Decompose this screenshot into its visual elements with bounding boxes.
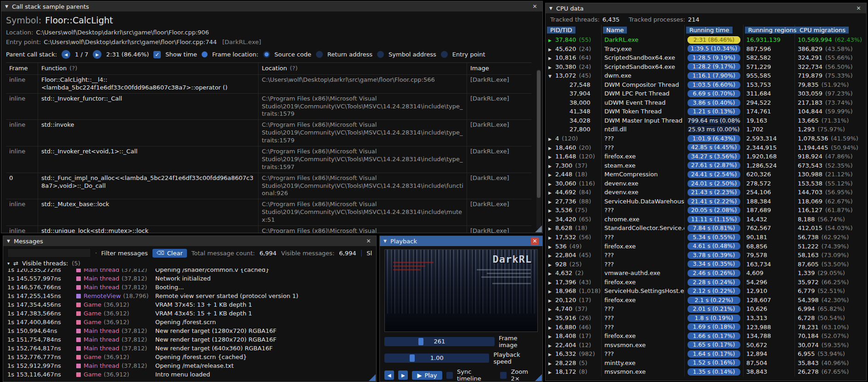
message-row[interactable]: 1s 152,776,777ns Game(36,912) Opening /f… bbox=[7, 353, 372, 361]
pid-cell[interactable]: ▶16,880(46) bbox=[546, 323, 602, 332]
pid-cell[interactable]: ▶28,228(5) bbox=[546, 359, 602, 368]
expand-icon[interactable]: ▶ bbox=[548, 287, 555, 296]
process-row[interactable]: ▶30,380(24) ScriptedSandbox64.exe 1:28.2… bbox=[546, 62, 866, 72]
expand-icon[interactable]: ▶ bbox=[548, 305, 555, 314]
process-row[interactable]: ▶30,060(116) devenv.exe 24.01 s (2.50%) … bbox=[546, 179, 866, 188]
pid-cell[interactable]: ▶2,448(18) bbox=[546, 170, 602, 179]
expand-icon[interactable]: ▶ bbox=[548, 198, 555, 206]
process-row[interactable]: ▶4(120) ??? 1:01.9 (6.43%) 2,593,314 1,0… bbox=[546, 134, 866, 143]
process-row[interactable]: ▶35,916(26) ??? 1.8 s (0.19%) 13,313 6,7… bbox=[546, 314, 866, 323]
expand-icon[interactable]: ▶ bbox=[548, 36, 555, 45]
pid-cell[interactable]: ▶4,632(2) bbox=[546, 269, 602, 278]
message-row[interactable]: 1s 147,255,145ns RemoteView(18,796) Remo… bbox=[7, 292, 372, 300]
next-callstack-button[interactable]: ▶ bbox=[93, 50, 101, 59]
pid-cell[interactable]: ▶30,060(116) bbox=[546, 179, 602, 188]
pid-cell[interactable]: ▶18,968(1,018) bbox=[546, 286, 602, 296]
message-row[interactable]: 1s 152,764,817ns Main thread(37,812) New… bbox=[7, 344, 372, 353]
resize-grip[interactable] bbox=[369, 374, 376, 381]
radio-symbol-address[interactable] bbox=[377, 51, 384, 58]
pid-cell[interactable]: ▶8,628(18) bbox=[546, 224, 602, 233]
message-row[interactable]: 1s 152,912,997ns Main thread(37,812) Ope… bbox=[7, 361, 372, 370]
expand-icon[interactable]: ▶ bbox=[548, 180, 555, 188]
process-row[interactable]: ▶2,448(18) MemCompression 24.41 s (2.54%… bbox=[546, 170, 866, 179]
radio-entry-point[interactable] bbox=[441, 51, 448, 58]
expand-icon[interactable]: ▶ bbox=[548, 135, 555, 143]
frame-image-slider[interactable]: 261 bbox=[384, 337, 495, 346]
expand-icon[interactable]: ▶ bbox=[548, 279, 555, 287]
process-row[interactable]: ▶17,532(56) ??? 5.34 s (0.55%) 90,181 56… bbox=[546, 233, 866, 242]
pid-cell[interactable]: ▶4(120) bbox=[546, 134, 602, 143]
collapse-icon[interactable]: ▼ bbox=[5, 4, 8, 9]
close-icon[interactable]: ✕ bbox=[855, 5, 862, 12]
sync-timeline-checkbox[interactable] bbox=[446, 372, 453, 379]
process-row[interactable]: ▶28,228(5) mintty.exe 1.52 s (0.16%) 87,… bbox=[546, 359, 866, 368]
radio-source-code[interactable] bbox=[263, 51, 270, 58]
expand-icon[interactable]: ▶ bbox=[548, 261, 555, 269]
message-row[interactable]: 1s 120,335,272ns Main thread(37,812) Ope… bbox=[7, 269, 372, 274]
pid-cell[interactable]: ▶44,692(84) bbox=[546, 188, 602, 197]
close-icon[interactable]: ✕ bbox=[531, 237, 539, 245]
process-row[interactable]: 27,548 DWM Compositor Thread 1:03.5 (6.6… bbox=[546, 80, 866, 90]
expand-icon[interactable]: ▶ bbox=[548, 171, 555, 179]
message-row[interactable]: 1s 145,557,997ns Main thread(37,812) Net… bbox=[7, 274, 372, 283]
message-row[interactable]: 1s 147,354,456ns Game(36,912) VRAM 37x45… bbox=[7, 300, 372, 309]
process-row[interactable]: ▶22,804(45) ??? 3.78 s (0.39%) 79,578 58… bbox=[546, 251, 866, 260]
pid-cell[interactable]: 27,548 bbox=[546, 80, 602, 90]
pid-cell[interactable]: ▶18,460(20) bbox=[546, 143, 602, 152]
expand-icon[interactable]: ▶ bbox=[548, 63, 555, 72]
process-row[interactable]: ▶536(49) firefox.exe 4.61 s (0.48%) 68,8… bbox=[546, 242, 866, 251]
process-row[interactable]: ▶18,460(20) ??? 42.85 s (4.45%) 2,344,91… bbox=[546, 143, 866, 152]
pid-cell[interactable]: ▶17,396(43) bbox=[546, 278, 602, 287]
pid-cell[interactable]: 38,000 bbox=[546, 98, 602, 107]
process-row[interactable]: ▶17,396(43) firefox.exe 2.28 s (0.24%) 5… bbox=[546, 278, 866, 287]
collapse-icon[interactable]: ▼ bbox=[549, 6, 552, 11]
resize-grip[interactable] bbox=[535, 374, 542, 381]
process-row[interactable]: ▶7,300(37) steam.exe 27.61 s (2.87%) 1,2… bbox=[546, 161, 866, 170]
pid-cell[interactable]: 37,904 bbox=[546, 89, 602, 98]
pid-cell[interactable]: ▶11,648(120) bbox=[546, 152, 602, 161]
process-row[interactable]: ▶10,816(64) ScriptedSandbox64.exe 1:28.5… bbox=[546, 53, 866, 62]
message-row[interactable]: 1s 146,576,766ns Main thread(37,812) Boo… bbox=[7, 283, 372, 292]
message-filter-input[interactable] bbox=[7, 248, 91, 258]
expand-icon[interactable]: ▶ bbox=[548, 332, 555, 341]
play-button[interactable]: ▶Play bbox=[412, 371, 442, 380]
expand-icon[interactable]: ▶ bbox=[548, 54, 555, 62]
close-icon[interactable]: ✕ bbox=[365, 237, 372, 245]
callstack-scrollbar[interactable] bbox=[536, 69, 541, 229]
message-row[interactable]: 1s 151,754,784ns Main thread(37,812) New… bbox=[7, 335, 372, 344]
process-row[interactable]: ▶8,628(18) StandardCollector.Service.e 7… bbox=[546, 224, 866, 233]
process-row[interactable]: ▶22,404(12) msvsmon.exe 1.65 s (0.17%) 5… bbox=[546, 341, 866, 350]
message-row[interactable]: 1s 150,994,64ns Main thread(37,812) New … bbox=[7, 326, 372, 335]
header-name[interactable]: Name bbox=[603, 27, 627, 34]
process-row[interactable]: ▶3,536(75) ??? 20.05 s (2.08%) 187,689 1… bbox=[546, 206, 866, 215]
process-row[interactable]: 37,904 DWM LPC Port Thread 6.69 s (0.70%… bbox=[546, 89, 866, 98]
collapse-icon[interactable]: ▼ bbox=[383, 239, 387, 243]
pid-cell[interactable]: ▶22,804(45) bbox=[546, 251, 602, 260]
pid-cell[interactable]: ▶3,536(75) bbox=[546, 206, 602, 215]
pid-cell[interactable]: ▼13,072(45) bbox=[546, 71, 602, 80]
expand-icon[interactable]: ▶ bbox=[548, 297, 555, 305]
expand-icon[interactable]: ▶ bbox=[548, 207, 555, 215]
playback-speed-slider[interactable]: 1.00 bbox=[384, 354, 489, 363]
process-row[interactable]: ▶18,408(17) firefox.exe 1.66 s (0.17%) 1… bbox=[546, 331, 866, 341]
process-row[interactable]: ▶37,840(55) DarkRL.exe 2:31 (86.46%) 16,… bbox=[546, 35, 866, 45]
process-row[interactable]: 27,800 ntdll.dll 25.93 ms (0.00%) 1,702 … bbox=[546, 125, 866, 134]
show-time-checkbox[interactable]: ✓ bbox=[153, 51, 161, 58]
clear-button[interactable]: ⌫Clear bbox=[152, 249, 187, 258]
pid-cell[interactable]: ▶30,380(24) bbox=[546, 62, 602, 72]
process-row[interactable]: ▶4,740(37) ??? 2.01 s (0.21%) 10,626 6,9… bbox=[546, 304, 866, 314]
header-pid-tid[interactable]: PID/TID bbox=[547, 27, 575, 34]
expand-icon[interactable]: ▶ bbox=[548, 45, 555, 54]
pid-cell[interactable]: ▶45,620(24) bbox=[546, 45, 602, 54]
process-row[interactable]: ▶20,120(17) firefox.exe 2.1 s (0.22%) 12… bbox=[546, 296, 866, 305]
pid-cell[interactable]: ▶18,408(17) bbox=[546, 331, 602, 341]
message-row[interactable]: 1s 153,116,467ns Game(36,912) Intro menu… bbox=[7, 370, 372, 379]
process-row[interactable]: ▶18,968(1,018) ServiceHub.SettingsHost.e… bbox=[546, 286, 866, 296]
header-cpu-migrations[interactable]: CPU migrations bbox=[796, 27, 849, 34]
expand-icon[interactable]: ▶ bbox=[548, 368, 555, 376]
visible-threads-row[interactable]: ▾ ⇄ Visible threads: (5) bbox=[3, 260, 376, 269]
chevron-down-icon[interactable]: ▾ bbox=[7, 261, 10, 266]
process-row[interactable]: 34,028 DWM Master Input Thread 799.64 ms… bbox=[546, 116, 866, 125]
process-row[interactable]: ▶928(25) ??? 3.34 s (0.35%) 163,734 87,6… bbox=[546, 260, 866, 269]
process-row[interactable]: ▶44,692(84) devenv.exe 21.43 s (2.23%) 2… bbox=[546, 188, 866, 197]
